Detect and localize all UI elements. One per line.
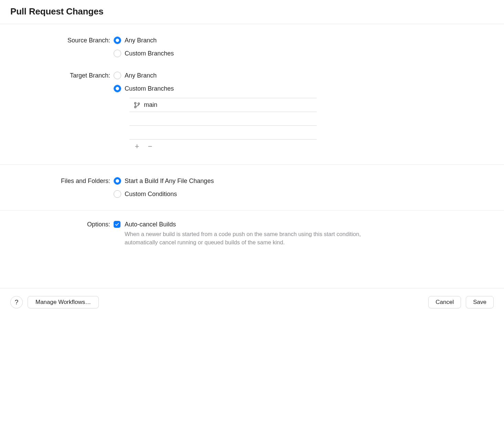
source-branch-any-label: Any Branch	[125, 37, 157, 44]
branch-list-item-empty[interactable]	[129, 112, 317, 126]
page-header: Pull Request Changes	[0, 0, 504, 24]
files-any-radio[interactable]	[114, 177, 121, 185]
page-title: Pull Request Changes	[10, 6, 494, 17]
source-branch-custom-row: Custom Branches	[10, 48, 494, 59]
help-button[interactable]: ?	[10, 296, 23, 308]
add-branch-button[interactable]: +	[133, 142, 141, 151]
manage-workflows-button[interactable]: Manage Workflows…	[28, 296, 99, 308]
files-custom-label: Custom Conditions	[125, 191, 177, 198]
target-branch-any-label: Any Branch	[125, 72, 157, 79]
source-branch-any-radio[interactable]	[114, 37, 121, 44]
branch-icon	[134, 102, 140, 109]
source-branch-custom-label: Custom Branches	[125, 50, 174, 57]
source-branch-custom-radio[interactable]	[114, 50, 121, 57]
remove-branch-button[interactable]: −	[146, 142, 154, 151]
target-branch-any-radio[interactable]	[114, 72, 121, 79]
files-custom-row: Custom Conditions	[10, 188, 494, 200]
minus-icon: −	[148, 142, 153, 151]
options-section: Options: Auto-cancel Builds When a newer…	[0, 211, 504, 288]
options-label: Options:	[10, 221, 114, 228]
files-folders-section: Files and Folders: Start a Build If Any …	[0, 165, 504, 211]
source-branch-custom-option[interactable]: Custom Branches	[114, 50, 174, 57]
auto-cancel-checkbox[interactable]	[114, 221, 120, 228]
files-any-label: Start a Build If Any File Changes	[125, 177, 214, 185]
files-any-option[interactable]: Start a Build If Any File Changes	[114, 177, 214, 185]
target-branch-row: Target Branch: Any Branch	[10, 70, 494, 81]
branch-list-toolbar: + −	[129, 140, 317, 151]
plus-icon: +	[135, 142, 139, 151]
branch-name: main	[144, 101, 157, 109]
source-branch-any-option[interactable]: Any Branch	[114, 37, 157, 44]
files-folders-label: Files and Folders:	[10, 177, 114, 185]
target-branch-list: main	[129, 98, 317, 140]
auto-cancel-description: When a newer build is started from a cod…	[125, 230, 386, 247]
branches-section: Source Branch: Any Branch Custom Branche…	[0, 24, 504, 165]
source-branch-label: Source Branch:	[10, 37, 114, 44]
files-custom-radio[interactable]	[114, 190, 121, 198]
target-branch-custom-option[interactable]: Custom Branches	[114, 85, 174, 92]
files-folders-row: Files and Folders: Start a Build If Any …	[10, 175, 494, 187]
options-row: Options: Auto-cancel Builds When a newer…	[10, 221, 494, 247]
target-branch-label: Target Branch:	[10, 72, 114, 79]
save-button[interactable]: Save	[466, 296, 494, 308]
target-branch-custom-row: Custom Branches	[10, 83, 494, 94]
auto-cancel-title: Auto-cancel Builds	[125, 221, 386, 228]
auto-cancel-body: Auto-cancel Builds When a newer build is…	[125, 221, 386, 247]
target-branch-custom-label: Custom Branches	[125, 85, 174, 92]
checkmark-icon	[115, 222, 119, 227]
target-branch-custom-radio[interactable]	[114, 85, 121, 92]
files-custom-option[interactable]: Custom Conditions	[114, 190, 177, 198]
source-branch-row: Source Branch: Any Branch	[10, 34, 494, 46]
branch-list-item-empty[interactable]	[129, 126, 317, 140]
cancel-button[interactable]: Cancel	[428, 296, 461, 308]
footer: ? Manage Workflows… Cancel Save	[0, 288, 504, 316]
target-branch-any-option[interactable]: Any Branch	[114, 72, 157, 79]
branch-list-item[interactable]: main	[129, 98, 317, 112]
